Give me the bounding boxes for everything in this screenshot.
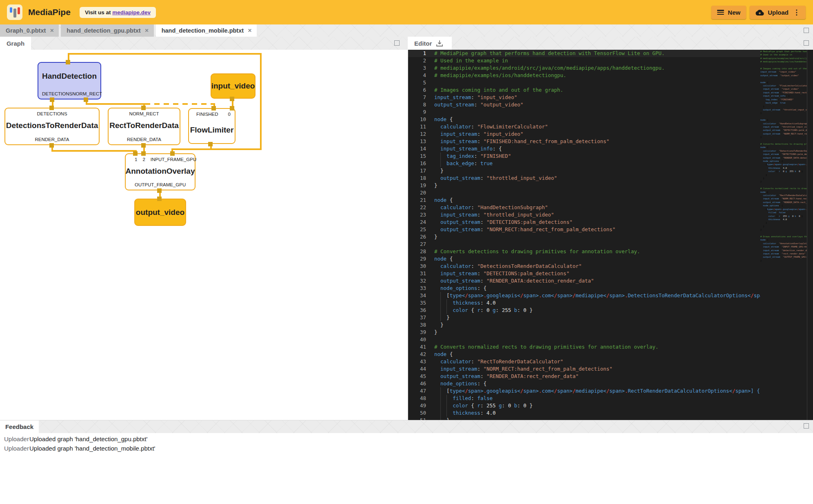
- feedback-expand-icon[interactable]: [804, 423, 809, 429]
- code-line[interactable]: 41# Converts normalized rects to drawing…: [408, 343, 760, 351]
- code-line[interactable]: 44 input_stream: "NORM_RECT:hand_rect_fr…: [408, 365, 760, 373]
- code-line[interactable]: 12 input_stream: "input_video": [408, 130, 760, 138]
- code-line[interactable]: 35 thickness: 4.0: [408, 299, 760, 307]
- code-line[interactable]: 27: [408, 241, 760, 248]
- code-line[interactable]: 28# Converts detections to drawing primi…: [408, 248, 760, 255]
- code-line[interactable]: 5: [408, 79, 760, 86]
- node-port[interactable]: [50, 97, 54, 102]
- code-line[interactable]: 29node {: [408, 255, 760, 263]
- code-line[interactable]: 32 output_stream: "RENDER_DATA:detection…: [408, 277, 760, 285]
- tab-graph[interactable]: Graph: [0, 37, 31, 50]
- node-port[interactable]: [230, 97, 234, 101]
- file-tab-hand_detection_mobile-pbtxt[interactable]: hand_detection_mobile.pbtxt✕: [156, 24, 257, 37]
- code-line[interactable]: 3# mediapipie/examples/android/src/java/…: [408, 64, 760, 72]
- code-line[interactable]: 46 node_options: {: [408, 380, 760, 387]
- node-port[interactable]: [211, 106, 216, 111]
- code-line[interactable]: 21node {: [408, 197, 760, 204]
- code-line[interactable]: 40: [408, 336, 760, 343]
- graph-node-flowlimiter[interactable]: FINISHED0FlowLimiter: [188, 108, 235, 144]
- code-line[interactable]: 2# Used in the example in: [408, 57, 760, 64]
- node-port[interactable]: [49, 106, 54, 110]
- node-port[interactable]: [157, 197, 162, 201]
- node-port[interactable]: [133, 151, 138, 156]
- node-port[interactable]: [208, 142, 213, 146]
- code-line[interactable]: 34 [type</span>.googleapis</span>.com</s…: [408, 292, 760, 299]
- upload-button[interactable]: Upload ⋮: [750, 6, 806, 19]
- file-tab-label: hand_detection_mobile.pbtxt: [162, 27, 244, 34]
- node-port[interactable]: [230, 106, 234, 111]
- tab-editor[interactable]: Editor: [408, 37, 452, 50]
- graph-node-annotation_overlay[interactable]: 12INPUT_FRAME_GPUAnnotationOverlayOUTPUT…: [125, 153, 195, 190]
- node-port[interactable]: [141, 106, 146, 110]
- close-tab-icon[interactable]: ✕: [145, 28, 149, 33]
- file-strip-expand-icon[interactable]: [804, 28, 809, 33]
- editor-minimap[interactable]: # MediaPipe graph that performs hand det…: [760, 50, 807, 420]
- node-port[interactable]: [84, 97, 88, 102]
- code-line[interactable]: 20: [408, 189, 760, 197]
- upload-more-icon[interactable]: ⋮: [793, 8, 800, 17]
- node-port[interactable]: [141, 151, 146, 156]
- code-line[interactable]: 43 calculator: "RectToRenderDataCalculat…: [408, 358, 760, 365]
- code-line[interactable]: 33 node_options: {: [408, 285, 760, 292]
- feedback-row: UploaderUploaded graph 'hand_detection_m…: [0, 442, 813, 452]
- code-line[interactable]: 48 filled: false: [408, 395, 760, 402]
- code-line[interactable]: 17 }: [408, 167, 760, 175]
- close-tab-icon[interactable]: ✕: [50, 28, 54, 33]
- tab-feedback[interactable]: Feedback: [0, 420, 39, 433]
- code-line[interactable]: 15 tag_index: "FINISHED": [408, 153, 760, 160]
- code-line[interactable]: 16 back_edge: true: [408, 160, 760, 167]
- graph-node-input_video[interactable]: input_video: [211, 73, 255, 99]
- code-line[interactable]: 25 output_stream: "NORM_RECT:hand_rect_f…: [408, 226, 760, 233]
- code-line[interactable]: 39}: [408, 329, 760, 336]
- code-line[interactable]: 23 input_stream: "throttled_input_video": [408, 211, 760, 219]
- code-line[interactable]: 36 color { r: 0 g: 255 b: 0 }: [408, 307, 760, 314]
- code-line[interactable]: 50 thickness: 4.0: [408, 409, 760, 417]
- file-tab-Graph_0-pbtxt[interactable]: Graph_0.pbtxt✕: [0, 24, 59, 37]
- graph-node-handdetection[interactable]: HandDetectionDETECTIONSNORM_RECT: [38, 62, 101, 99]
- code-line[interactable]: 13 input_stream: "FINISHED:hand_rect_fro…: [408, 138, 760, 145]
- code-line[interactable]: 30 calculator: "DetectionsToRenderDataCa…: [408, 263, 760, 270]
- code-line[interactable]: 10node {: [408, 116, 760, 123]
- node-port[interactable]: [170, 151, 175, 156]
- code-line[interactable]: 6# Images coming into and out of the gra…: [408, 86, 760, 94]
- code-line[interactable]: 8output_stream: "output_video": [408, 101, 760, 108]
- code-line[interactable]: 26}: [408, 233, 760, 241]
- code-line[interactable]: 37 }: [408, 314, 760, 321]
- file-tab-hand_detection_gpu-pbtxt[interactable]: hand_detection_gpu.pbtxt✕: [61, 24, 153, 37]
- node-port[interactable]: [141, 143, 146, 148]
- code-line[interactable]: 31 input_stream: "DETECTIONS:palm_detect…: [408, 270, 760, 277]
- code-line[interactable]: 1# MediaPipe graph that performs hand de…: [408, 50, 760, 57]
- code-line[interactable]: 38 }: [408, 321, 760, 329]
- code-line[interactable]: 47 [type</span>.googleapis</span>.com</s…: [408, 387, 760, 395]
- new-button[interactable]: New: [711, 6, 746, 19]
- code-line[interactable]: 9: [408, 108, 760, 116]
- editor-panel-expand-icon[interactable]: [804, 40, 809, 46]
- node-port[interactable]: [66, 60, 70, 64]
- code-line[interactable]: 51 }: [408, 417, 760, 420]
- editor-scrollbar[interactable]: [807, 50, 813, 420]
- code-text-area[interactable]: 1# MediaPipe graph that performs hand de…: [408, 50, 760, 420]
- node-port[interactable]: [49, 143, 54, 148]
- code-line[interactable]: 11 calculator: "FlowLimiterCalculator": [408, 123, 760, 130]
- code-line[interactable]: 45 output_stream: "RENDER_DATA:rect_rend…: [408, 373, 760, 380]
- code-line[interactable]: 49 color { r: 255 g: 0 b: 0 }: [408, 402, 760, 409]
- code-line[interactable]: 24 output_stream: "DETECTIONS:palm_detec…: [408, 219, 760, 226]
- download-icon[interactable]: [436, 40, 443, 47]
- code-line[interactable]: 7input_stream: "input_video": [408, 94, 760, 101]
- port-label: 2: [142, 157, 145, 162]
- graph-node-detections_to_render[interactable]: DETECTIONSDetectionsToRenderDataRENDER_D…: [4, 108, 100, 145]
- close-tab-icon[interactable]: ✕: [248, 28, 252, 33]
- graph-panel-expand-icon[interactable]: [394, 40, 400, 46]
- code-line[interactable]: 14 input_stream_info: {: [408, 145, 760, 153]
- code-line[interactable]: 4# mediapipie/examples/ios/handdetection…: [408, 72, 760, 79]
- node-port[interactable]: [157, 188, 162, 193]
- graph-canvas[interactable]: HandDetectionDETECTIONSNORM_RECTinput_vi…: [0, 50, 407, 420]
- port-label: NORM_RECT: [129, 111, 159, 116]
- code-line[interactable]: 18 output_stream: "throttled_input_video…: [408, 175, 760, 182]
- code-line[interactable]: 22 calculator: "HandDetectionSubgraph": [408, 204, 760, 211]
- graph-node-rect_to_render[interactable]: NORM_RECTRectToRenderDataRENDER_DATA: [108, 108, 180, 145]
- code-line[interactable]: 42node {: [408, 351, 760, 358]
- mediapipe-dev-link[interactable]: mediapipe.dev: [112, 9, 151, 15]
- graph-node-output_video[interactable]: output_video: [134, 199, 186, 226]
- code-line[interactable]: 19}: [408, 182, 760, 189]
